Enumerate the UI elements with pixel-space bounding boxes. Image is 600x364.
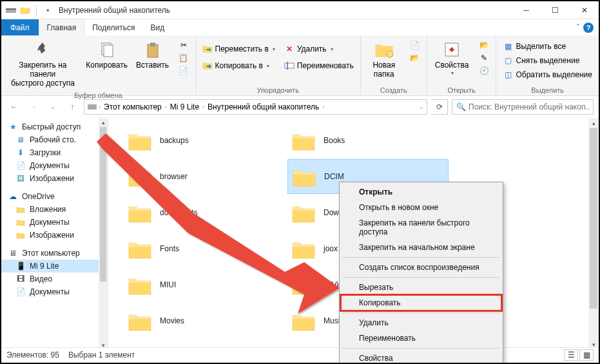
star-icon: ★ xyxy=(8,122,18,132)
edit-small-button[interactable]: ✎ xyxy=(476,52,492,64)
group-open-label: Открыть xyxy=(431,85,492,95)
pasteshortcut-small-button[interactable]: 📄 xyxy=(176,65,191,77)
pc-icon: 🖥 xyxy=(8,248,18,258)
scissors-icon: ✂ xyxy=(179,40,189,50)
ctx-open[interactable]: Открыть xyxy=(341,184,501,200)
selectall-icon: ▦ xyxy=(503,41,513,52)
ctx-open-new-window[interactable]: Открыть в новом окне xyxy=(341,200,501,215)
forward-button[interactable]: → xyxy=(26,99,41,115)
pin-quickaccess-button[interactable]: Закрепить на панели быстрого доступа xyxy=(5,37,81,90)
select-invert-button[interactable]: ◫Обратить выделение xyxy=(500,69,595,81)
copypath-small-button[interactable]: 📋 xyxy=(176,52,191,64)
folder-name: documents xyxy=(160,208,198,217)
help-icon[interactable]: ? xyxy=(583,23,594,33)
address-bar[interactable]: › Этот компьютер› Mi 9 Lite› Внутренний … xyxy=(84,99,427,115)
delete-button[interactable]: ✕Удалить▾ xyxy=(282,43,356,55)
folder-item[interactable]: Fonts xyxy=(124,231,285,266)
ctx-pin-quick[interactable]: Закрепить на панели быстрого доступа xyxy=(341,215,501,240)
breadcrumb-segment[interactable]: Mi 9 Lite xyxy=(168,102,201,111)
content-scrollbar[interactable]: ▴▾ xyxy=(588,118,599,350)
select-all-button[interactable]: ▦Выделить все xyxy=(500,41,595,52)
pin-icon xyxy=(32,39,53,60)
copy-to-button[interactable]: Копировать в▾ xyxy=(200,60,278,72)
rename-icon xyxy=(284,61,295,71)
svg-rect-5 xyxy=(150,43,155,46)
newfolder-icon xyxy=(374,39,394,60)
download-icon: ⬇ xyxy=(15,148,26,158)
rename-button[interactable]: Переименовать xyxy=(282,60,356,72)
tab-view[interactable]: Вид xyxy=(142,19,172,35)
properties-button[interactable]: Свойства▾ xyxy=(431,37,473,79)
folder-item[interactable]: documents xyxy=(124,195,285,230)
view-icons-button[interactable]: ▦ xyxy=(579,349,594,361)
sidebar-item-documents2[interactable]: 📄Документы xyxy=(1,285,108,298)
context-menu: Открыть Открыть в новом окне Закрепить н… xyxy=(339,182,503,364)
history-small-button[interactable]: 🕘 xyxy=(476,65,492,77)
maximize-button[interactable]: ☐ xyxy=(541,1,570,19)
new-folder-button[interactable]: Новая папка xyxy=(365,37,403,82)
newitem-small-button[interactable]: 📄 xyxy=(407,39,423,51)
move-to-button[interactable]: Переместить в▾ xyxy=(200,43,278,55)
close-button[interactable]: ✕ xyxy=(570,1,599,19)
selectinvert-icon: ◫ xyxy=(503,70,513,80)
sidebar-this-pc[interactable]: 🖥Этот компьютер xyxy=(1,247,108,260)
sidebar-item-documents[interactable]: 📄Документы xyxy=(1,159,108,172)
folder-name: backups xyxy=(160,136,189,145)
sidebar-item[interactable]: Документы xyxy=(1,216,108,229)
sidebar-item-downloads[interactable]: ⬇Загрузки xyxy=(1,146,108,159)
folder-icon xyxy=(15,204,26,215)
breadcrumb-segment[interactable]: Этот компьютер xyxy=(102,102,164,111)
sidebar-item-desktop[interactable]: 🖥Рабочий сто. xyxy=(1,133,108,146)
ribbon-collapse-icon[interactable]: ˆ xyxy=(577,23,579,32)
cut-small-button[interactable]: ✂ xyxy=(176,39,191,51)
qat-dropdown-icon[interactable]: ▾ xyxy=(42,5,53,16)
select-none-button[interactable]: ▢Снять выделение xyxy=(500,55,595,66)
sidebar-scrollbar[interactable]: ▴▾ xyxy=(99,118,108,350)
search-box[interactable]: 🔍 xyxy=(452,99,594,115)
refresh-button[interactable]: ⟳ xyxy=(431,99,448,115)
tab-share[interactable]: Поделиться xyxy=(84,19,142,35)
tab-file[interactable]: Файл xyxy=(1,19,39,35)
paste-button[interactable]: Вставить xyxy=(133,37,172,73)
folder-item[interactable]: browser xyxy=(124,159,285,194)
open-small-button[interactable]: 📂 xyxy=(476,39,492,51)
folder-item[interactable]: backups xyxy=(124,123,285,158)
folder-name: MIUI xyxy=(160,280,176,289)
search-input[interactable] xyxy=(469,102,589,111)
ctx-pin-start[interactable]: Закрепить на начальном экране xyxy=(341,240,501,255)
folder-item[interactable]: Books xyxy=(287,123,449,158)
sidebar-item-mi9lite[interactable]: 📱Mi 9 Lite xyxy=(1,260,108,273)
back-button[interactable]: ← xyxy=(6,99,22,115)
ctx-delete[interactable]: Удалить xyxy=(341,315,501,330)
minimize-button[interactable]: ─ xyxy=(512,1,541,19)
ctx-cut[interactable]: Вырезать xyxy=(341,280,501,295)
folder-item[interactable]: MIUI xyxy=(124,267,285,302)
nav-pane: ★Быстрый доступ 🖥Рабочий сто. ⬇Загрузки … xyxy=(1,118,108,350)
group-select-label: Выделить xyxy=(500,85,595,95)
address-dropdown-icon[interactable]: ⌄ xyxy=(419,104,424,110)
ctx-properties[interactable]: Свойства xyxy=(341,350,501,364)
sidebar-item[interactable]: Изображени xyxy=(1,229,108,242)
folder-name: joox xyxy=(324,244,338,253)
ctx-create-playlist[interactable]: Создать список воспроизведения xyxy=(341,260,501,275)
sidebar-onedrive[interactable]: ☁OneDrive xyxy=(1,190,108,203)
video-icon: 🎞 xyxy=(15,274,26,284)
up-button[interactable]: ↑ xyxy=(64,99,80,115)
easyaccess-small-button[interactable]: 📂 xyxy=(407,52,423,64)
sidebar-item-pictures[interactable]: 🖼Изображени xyxy=(1,172,108,185)
view-details-button[interactable]: ☰ xyxy=(564,349,578,361)
selectnone-icon: ▢ xyxy=(503,55,513,66)
ctx-rename[interactable]: Переименовать xyxy=(341,330,501,346)
copy-button[interactable]: Копировать xyxy=(84,37,130,73)
tab-home[interactable]: Главная xyxy=(39,19,85,35)
svg-rect-10 xyxy=(88,104,97,110)
recent-dropdown[interactable]: ⌄ xyxy=(45,99,61,115)
folder-item[interactable]: Movies xyxy=(124,303,285,338)
breadcrumb-segment[interactable]: Внутренний общий накопитель xyxy=(206,102,321,111)
moveto-icon xyxy=(202,44,213,54)
ctx-copy[interactable]: Копировать xyxy=(341,295,501,311)
sidebar-item[interactable]: Вложения xyxy=(1,203,108,216)
sidebar-item-videos[interactable]: 🎞Видео xyxy=(1,273,108,285)
paste-icon xyxy=(142,39,163,60)
sidebar-quick-access[interactable]: ★Быстрый доступ xyxy=(1,120,108,133)
